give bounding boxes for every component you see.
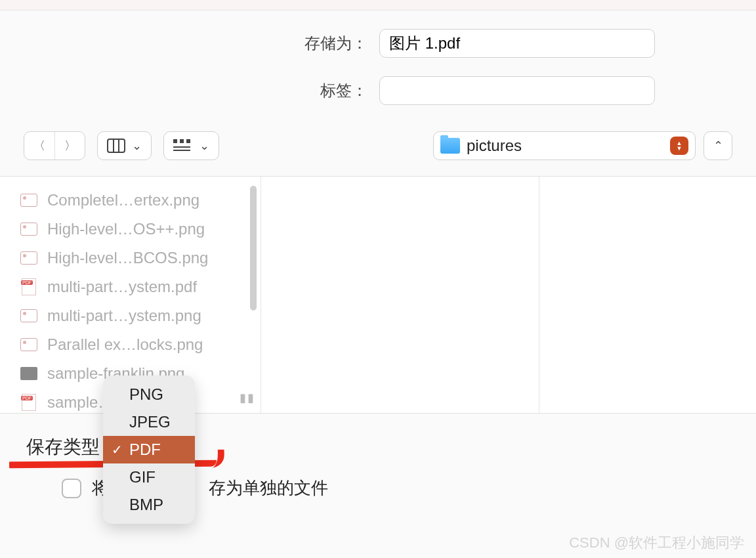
img-file-icon [20, 366, 38, 381]
view-group-button[interactable]: ⌄ [163, 131, 219, 160]
chevron-down-icon: ⌄ [132, 139, 142, 153]
nav-forward-button[interactable]: 〉 [54, 132, 85, 160]
columns-icon [107, 139, 125, 153]
chevron-right-icon: 〉 [64, 138, 76, 154]
chevron-up-icon: ⌃ [713, 139, 723, 153]
file-name: High-level…BCOS.png [47, 249, 208, 267]
bottom-panel: 保存类型 将 存为单独的文件 PNGJPEGPDFGIFBMP [0, 414, 756, 521]
png-file-icon [20, 309, 38, 323]
folder-select[interactable]: pictures ▲▼ [433, 131, 696, 160]
format-option-bmp[interactable]: BMP [103, 491, 195, 519]
nav-group: 〈 〉 [24, 131, 85, 160]
scrollbar-thumb[interactable] [250, 186, 257, 311]
png-file-icon [20, 193, 38, 207]
folder-row: pictures ▲▼ ⌃ [433, 131, 732, 160]
tags-label: 标签： [0, 80, 368, 101]
svg-rect-3 [173, 139, 177, 143]
filename-input[interactable] [379, 29, 655, 58]
file-item[interactable]: High-level…OS++.png [20, 215, 261, 244]
file-name: Parallel ex…locks.png [47, 335, 203, 354]
folder-icon [440, 138, 460, 154]
format-dropdown: PNGJPEGPDFGIFBMP [103, 376, 195, 524]
watermark: CSDN @软件工程小施同学 [569, 533, 744, 553]
file-name: multi-part…ystem.pdf [47, 278, 197, 296]
checkbox-text-after: 存为单独的文件 [209, 477, 328, 500]
png-file-icon [20, 222, 38, 236]
titlebar [0, 0, 756, 11]
pdf-file-icon [20, 395, 38, 410]
file-item[interactable]: High-level…BCOS.png [20, 244, 261, 272]
save-as-label: 存储为： [0, 33, 368, 54]
view-columns-button[interactable]: ⌄ [97, 131, 152, 160]
save-type-label: 保存类型 [26, 435, 100, 460]
file-name: Completel…ertex.png [47, 191, 200, 209]
folder-name: pictures [467, 137, 522, 155]
format-option-gif[interactable]: GIF [103, 463, 195, 491]
svg-rect-0 [108, 139, 125, 152]
svg-rect-6 [173, 146, 190, 148]
png-file-icon [20, 337, 38, 352]
file-item[interactable]: multi-part…ystem.png [20, 301, 261, 330]
file-item[interactable]: multi-part…ystem.pdf [20, 272, 261, 301]
svg-rect-4 [180, 139, 184, 143]
tags-row: 标签： [0, 76, 756, 105]
tags-input[interactable] [379, 76, 655, 105]
png-file-icon [20, 251, 38, 265]
collapse-button[interactable]: ⌃ [704, 131, 732, 160]
file-item[interactable]: Completel…ertex.png [20, 186, 261, 215]
separate-files-checkbox[interactable] [62, 479, 81, 498]
save-as-row: 存储为： [0, 29, 756, 58]
pdf-file-icon [20, 280, 38, 294]
file-column-2[interactable] [261, 177, 539, 413]
svg-rect-5 [186, 139, 190, 143]
pause-icon: ▮▮ [240, 391, 255, 405]
updown-icon: ▲▼ [670, 137, 688, 155]
file-name: multi-part…ystem.png [47, 307, 201, 325]
format-option-jpeg[interactable]: JPEG [103, 408, 195, 436]
nav-back-button[interactable]: 〈 [24, 132, 54, 160]
chevron-down-icon: ⌄ [200, 139, 209, 153]
grid-icon [173, 139, 193, 152]
format-option-png[interactable]: PNG [103, 381, 195, 408]
chevron-left-icon: 〈 [33, 138, 45, 154]
file-column-3[interactable] [539, 177, 756, 413]
file-item[interactable]: Parallel ex…locks.png [20, 330, 261, 359]
toolbar: 〈 〉 ⌄ ⌄ pictures ▲▼ ⌃ [0, 105, 756, 176]
svg-rect-7 [173, 150, 190, 151]
file-name: High-level…OS++.png [47, 220, 205, 238]
format-option-pdf[interactable]: PDF [103, 436, 195, 463]
